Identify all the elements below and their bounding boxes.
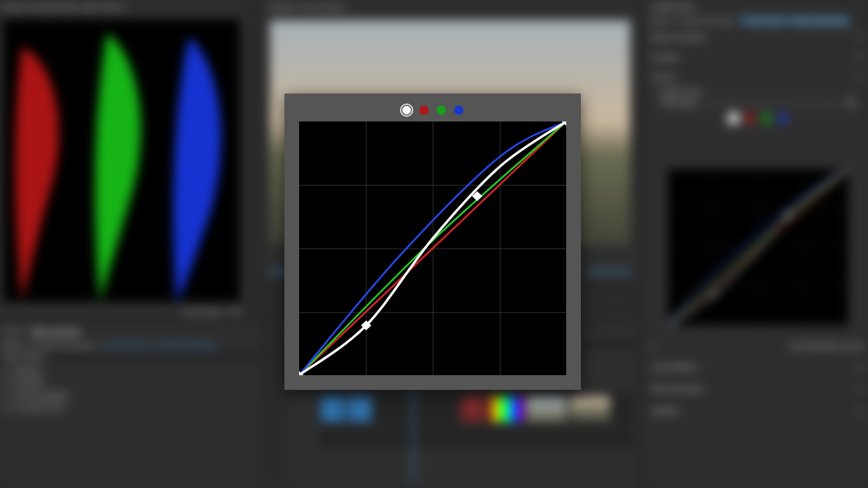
lumetri-curves-sub[interactable]: ▾ RGB Curves [644, 86, 868, 96]
lumetri-color-panel: Lumetri Color Master * Finished Sprite.j… [644, 0, 868, 488]
lumetri-sec-vignette[interactable]: Vignette [644, 401, 868, 421]
hdr-range-value[interactable]: 100 [844, 99, 855, 107]
tab-effects[interactable]: Effects [1, 326, 24, 334]
scopes-ire-label: IRE [230, 308, 241, 316]
curve-red[interactable] [299, 121, 566, 375]
lumetri-sec-creative-label: Creative [651, 53, 679, 61]
rgb-curves-popover [284, 93, 581, 390]
lumetri-sec-basic[interactable]: Basic Correction [644, 27, 868, 47]
lumetri-sec-hue-sat[interactable]: ▸ Hue Saturation Curves [644, 335, 868, 356]
lumetri-scopes-panel: Scopes: Premiere (Rec.709) Units:% Clamp… [0, 0, 248, 318]
program-tc-right: 00:00:10:15 [590, 268, 630, 276]
scopes-footer: Clamp Signal IRE [182, 308, 241, 316]
lumetri-sec-curves[interactable]: Curves [644, 67, 868, 87]
breadcrumb-master: Master * Finished Sprite.jpg [1, 341, 93, 349]
effect-breadcrumb: Master * Finished Sprite.jpg Preset Seri… [0, 338, 260, 352]
clip-landscape-1[interactable] [526, 395, 567, 422]
lumetri-sec-vignette-label: Vignette [651, 407, 678, 415]
lumetri-sec-basic-label: Basic Correction [651, 33, 706, 41]
checkbox-icon[interactable] [857, 53, 865, 61]
clamp-signal-toggle[interactable]: Clamp Signal [182, 308, 222, 316]
effect-row-motion[interactable]: ▸fx Motion [1, 364, 254, 377]
effect-controls-panel: Effects Effect Controls Master * Finishe… [0, 323, 261, 488]
scopes-title: Scopes: Premiere (Rec.709) Units:% [0, 0, 246, 13]
effect-list: ▸fx Motion ▸fx Opacity ▸Time Remapping ▸… [0, 362, 260, 415]
program-title: Program: Preset Series [262, 0, 638, 13]
timeline-track-a1[interactable] [318, 427, 634, 448]
lumetri-sec-wheels[interactable]: Color Wheels [644, 356, 868, 377]
lumetri-breadcrumb: Master * Finished Sprite.jpg Preset Seri… [644, 14, 868, 27]
rgb-parade [3, 19, 240, 302]
lumetri-breadcrumb-master: Master * Finished Sprite.jpg [650, 17, 733, 24]
checkbox-icon[interactable] [857, 362, 865, 371]
clip-landscape-2[interactable] [570, 395, 610, 422]
checkbox-icon[interactable] [857, 385, 865, 393]
lumetri-hdr-row: HDR Range 100 [644, 97, 868, 109]
checkbox-icon[interactable] [857, 73, 865, 81]
effect-row-time-remapping[interactable]: ▸Time Remapping [1, 389, 254, 401]
lumetri-title: Lumetri Color [644, 0, 868, 14]
lumetri-channel-swatches [644, 113, 868, 123]
lumetri-sec-creative[interactable]: Creative [644, 47, 868, 67]
swatch-luma[interactable] [402, 105, 411, 115]
effect-row-opacity[interactable]: ▸fx Opacity [1, 377, 254, 389]
clip-bars[interactable] [489, 395, 523, 422]
video-effects-heading: Video Effects [1, 353, 45, 361]
checkbox-icon[interactable] [857, 407, 865, 415]
lumetri-swatch-luma[interactable] [729, 113, 738, 123]
curve-channel-swatches [296, 105, 569, 115]
lumetri-sec-hue-sat-label: Hue Saturation Curves [789, 341, 865, 349]
swatch-green[interactable] [437, 105, 446, 115]
lumetri-swatch-blue[interactable] [778, 113, 787, 123]
lumetri-swatch-green[interactable] [762, 113, 771, 123]
checkbox-icon[interactable] [857, 33, 865, 41]
lumetri-sec-hsl[interactable]: HSL Secondary [644, 379, 868, 399]
clip-1[interactable] [320, 395, 345, 422]
lumetri-sec-hsl-label: HSL Secondary [651, 385, 703, 393]
hdr-range-label: HDR Range [661, 99, 698, 107]
hdr-range-slider[interactable] [703, 102, 839, 103]
clip-2[interactable] [347, 395, 372, 422]
timeline-track-v1[interactable] [318, 392, 634, 425]
breadcrumb-seq[interactable]: Preset Series • Finished Sprite.jpg [102, 341, 216, 349]
lumetri-swatch-red[interactable] [745, 113, 754, 123]
lumetri-curves-mini-graph[interactable] [668, 169, 849, 326]
lumetri-breadcrumb-seq[interactable]: Preset Series • Finished Sprite.jpg [739, 16, 851, 25]
lumetri-sec-wheels-label: Color Wheels [651, 362, 696, 371]
parade-blue [164, 19, 235, 303]
rgb-curves-graph[interactable] [299, 121, 566, 375]
parade-red [7, 19, 78, 303]
parade-green [86, 19, 157, 303]
lumetri-sec-curves-label: Curves [651, 73, 675, 81]
effect-tabs: Effects Effect Controls [0, 324, 260, 338]
tab-effect-controls[interactable]: Effect Controls [31, 326, 80, 334]
swatch-red[interactable] [419, 105, 429, 115]
clip-3[interactable] [461, 395, 485, 422]
swatch-blue[interactable] [454, 105, 463, 115]
effect-row-lumetri[interactable]: ▸fx Lumetri Color [1, 401, 254, 413]
